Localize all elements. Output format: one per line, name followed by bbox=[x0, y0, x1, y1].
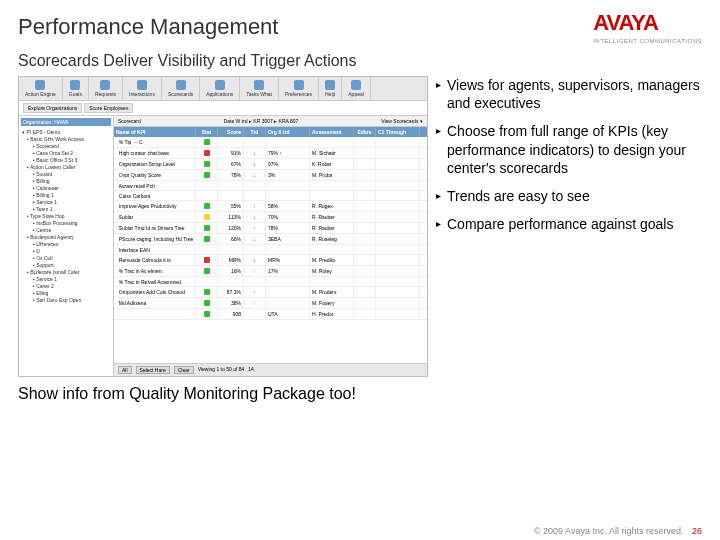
toolbar-label: Help bbox=[325, 91, 335, 97]
toolbar-requests[interactable]: Requests bbox=[89, 77, 123, 100]
slide-header: Performance Management AVAYA INTELLIGENT… bbox=[0, 0, 720, 48]
tree-item[interactable]: ▪ Centre bbox=[21, 226, 111, 233]
table-row[interactable]: Interface EAN bbox=[114, 245, 427, 255]
toolbar-label: Applications bbox=[206, 91, 233, 97]
scorecard-grid: Scorecard Date W trd ▸ KR 3007 ▸ KRA 807… bbox=[114, 116, 427, 376]
tree-item[interactable]: ▪ InsBox Processing bbox=[21, 219, 111, 226]
tree-item[interactable]: ▪ Ox Cull bbox=[21, 254, 111, 261]
table-row[interactable]: Caiss Carbont bbox=[114, 191, 427, 201]
avaya-logo: AVAYA bbox=[593, 10, 702, 36]
table-row[interactable]: Organization Scrap Level67%↓97%K. Rober bbox=[114, 159, 427, 170]
trend-down-icon: ↓ bbox=[253, 161, 256, 167]
col-assess[interactable]: Assessment bbox=[310, 127, 354, 137]
tree-item[interactable]: ▪ Billing 1 bbox=[21, 191, 111, 198]
toolbar-interactions[interactable]: Interactions bbox=[123, 77, 162, 100]
date-from[interactable]: W trd bbox=[236, 118, 248, 124]
toolbar-tasks-what[interactable]: Tasks What bbox=[240, 77, 279, 100]
table-row[interactable]: Sublar113%↓70%R. Rauber bbox=[114, 212, 427, 223]
clear-button[interactable]: Clear bbox=[174, 366, 194, 374]
toolbar-label: Tasks What bbox=[246, 91, 272, 97]
select-all-button[interactable]: All bbox=[118, 366, 132, 374]
toolbar-label: Goals bbox=[69, 91, 82, 97]
tree-item[interactable]: ▪ Basic GHs Work Access bbox=[21, 135, 111, 142]
tree-item[interactable]: ▪ Service 1 bbox=[21, 275, 111, 282]
toolbar-action-engine[interactable]: Action Engine bbox=[19, 77, 63, 100]
slide-footer: © 2009 Avaya Inc. All rights reserved. 2… bbox=[534, 526, 702, 536]
col-more[interactable]: Edbre bbox=[354, 127, 376, 137]
tree-item[interactable]: ▪ Suoard bbox=[21, 170, 111, 177]
col-trend[interactable]: Trd bbox=[244, 127, 266, 137]
table-row[interactable]: PScore caging. Including Hd Tree66%↓3EBA… bbox=[114, 234, 427, 245]
app-toolbar: Action EngineGoalsRequestsInteractionsSc… bbox=[19, 77, 427, 101]
tree-item[interactable]: ▪ Calimeder bbox=[21, 184, 111, 191]
col-org[interactable]: Org X trd bbox=[266, 127, 310, 137]
view-select[interactable]: Scorecards bbox=[393, 118, 418, 124]
bullet-text: Trends are easy to see bbox=[447, 187, 590, 205]
table-row[interactable]: Improve Ages Productivity55%↑58%R. Rogex bbox=[114, 201, 427, 212]
tree-item[interactable]: ▪ Support bbox=[21, 261, 111, 268]
col-score[interactable]: Score bbox=[218, 127, 244, 137]
table-row[interactable]: 908UTAH. Predor bbox=[114, 309, 427, 320]
table-row[interactable]: % Trac in Ac elmen:16%↑17%M. Ruley bbox=[114, 266, 427, 277]
toolbar-appeal[interactable]: Appeal bbox=[342, 77, 371, 100]
page-title: Performance Management bbox=[18, 14, 278, 40]
toolbar-icon bbox=[254, 80, 264, 90]
date-to[interactable]: KR 3007 bbox=[253, 118, 272, 124]
tree-item[interactable]: ▪ UHeraces bbox=[21, 240, 111, 247]
table-row[interactable]: Ornpontries Add Cols Chosod87.1%↑M. Prod… bbox=[114, 287, 427, 298]
page-subtitle: Scorecards Deliver Visibility and Trigge… bbox=[0, 48, 720, 76]
table-row[interactable]: Ovpr Quality Score78%↓3%M. Proba bbox=[114, 170, 427, 181]
tree-item[interactable]: ▪ Sart Daro Esp Open bbox=[21, 296, 111, 303]
trend-down-icon: ↓ bbox=[253, 214, 256, 220]
tree-item[interactable]: ▪ Billing bbox=[21, 177, 111, 184]
grid-footer: All Select Hare Clear Viewing 1 to 50 of… bbox=[114, 363, 427, 376]
status-icon bbox=[204, 289, 210, 295]
page-number-input[interactable]: 14 bbox=[248, 366, 254, 374]
status-icon bbox=[204, 203, 210, 209]
table-row[interactable]: Auraw retail Pch bbox=[114, 181, 427, 191]
toolbar-icon bbox=[351, 80, 361, 90]
select-hare-button[interactable]: Select Hare bbox=[136, 366, 170, 374]
bullet-item: ▸Trends are easy to see bbox=[436, 187, 702, 205]
toolbar-preferences[interactable]: Preferences bbox=[279, 77, 319, 100]
trend-up-icon: ↑ bbox=[253, 289, 256, 295]
tree-item[interactable]: ▪ Service 1 bbox=[21, 198, 111, 205]
col-stat[interactable]: Stat bbox=[196, 127, 218, 137]
tree-item[interactable]: ▪ BLifecare (small Caler bbox=[21, 268, 111, 275]
tree-item[interactable]: ▪ Action Lowest Caller bbox=[21, 163, 111, 170]
tree-item[interactable]: ▪ Team 1 bbox=[21, 205, 111, 212]
tree-item[interactable]: ▪ D bbox=[21, 247, 111, 254]
toolbar-applications[interactable]: Applications bbox=[200, 77, 240, 100]
table-row[interactable]: Remoade Colmoda it isMR%↓MR%M. Prediks bbox=[114, 255, 427, 266]
tree-item[interactable]: ▪ Type State Hop bbox=[21, 212, 111, 219]
toolbar-help[interactable]: Help bbox=[319, 77, 342, 100]
tree-item[interactable]: ▪ Casa Orca Set 2 bbox=[21, 149, 111, 156]
col-ct[interactable]: C1 Through bbox=[376, 127, 420, 137]
tab-explore-organizations[interactable]: Explore Organizations bbox=[23, 103, 82, 113]
tree-item[interactable]: ▪ Basic Office 3 St 3 bbox=[21, 156, 111, 163]
table-row[interactable]: High curator chat base91%↓79% ↑M. Sichat… bbox=[114, 148, 427, 159]
status-icon bbox=[204, 225, 210, 231]
toolbar-icon bbox=[137, 80, 147, 90]
trend-down-icon: ↓ bbox=[253, 172, 256, 178]
tab-score-employees[interactable]: Score Employees bbox=[84, 103, 133, 113]
tree-item[interactable]: ▪ Scorecard bbox=[21, 142, 111, 149]
toolbar-goals[interactable]: Goals bbox=[63, 77, 89, 100]
bullet-marker-icon: ▸ bbox=[436, 217, 441, 233]
toolbar-icon bbox=[325, 80, 335, 90]
tab-row: Explore Organizations Score Employees bbox=[19, 101, 427, 116]
toolbar-scorecards[interactable]: Scorecards bbox=[162, 77, 200, 100]
bullet-text: Views for agents, supervisors, managers … bbox=[447, 76, 702, 112]
table-row[interactable]: % Trac in Relvail Acasmired bbox=[114, 277, 427, 287]
col-name[interactable]: Name of KPI bbox=[114, 127, 196, 137]
date-suffix[interactable]: KRA 807 bbox=[279, 118, 299, 124]
table-row[interactable]: Sublar Trnd Id re Diment Tree120%↑78%R. … bbox=[114, 223, 427, 234]
table-row[interactable]: Md Adkxena38%↑M. Fooery bbox=[114, 298, 427, 309]
toolbar-label: Scorecards bbox=[168, 91, 193, 97]
tree-item[interactable]: ▾ PI EPS - Demo bbox=[21, 128, 111, 135]
tree-item[interactable]: ▪ Elling bbox=[21, 289, 111, 296]
tree-item[interactable]: ▪ Borderpoint Agency bbox=[21, 233, 111, 240]
tree-item[interactable]: ▪ Cares 2 bbox=[21, 282, 111, 289]
bullet-marker-icon: ▸ bbox=[436, 189, 441, 205]
table-row[interactable]: % Tip → C bbox=[114, 137, 427, 148]
